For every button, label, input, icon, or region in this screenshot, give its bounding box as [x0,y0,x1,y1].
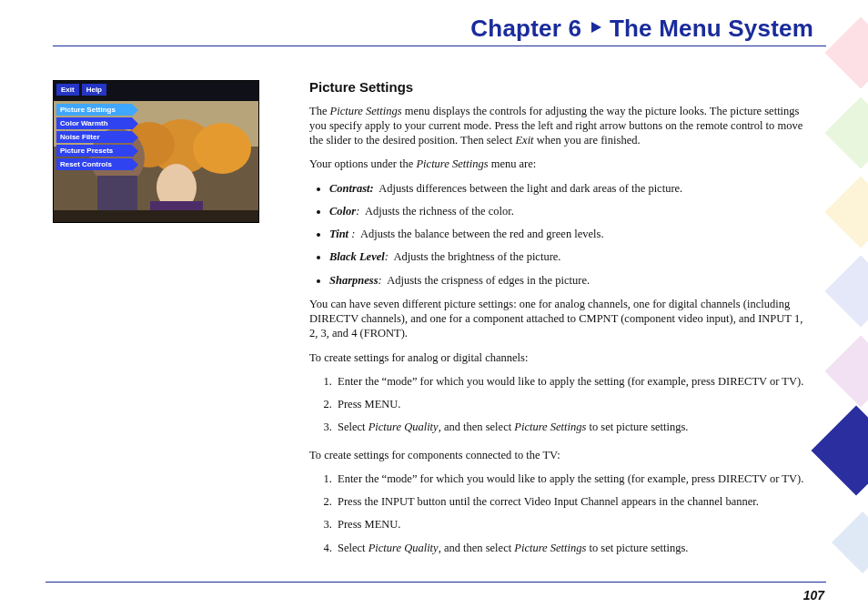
rule-bottom [45,582,826,583]
page-number: 107 [803,588,824,603]
seven-settings-paragraph: You can have seven different picture set… [309,297,813,341]
svg-point-4 [193,123,251,174]
chapter-title: Chapter 6 The Menu System [55,13,813,43]
decor-diamonds [813,0,868,608]
proc1-lead: To create settings for analog or digital… [309,350,813,365]
proc1-step: Press MENU. [335,397,813,411]
figure-menu-picture-settings: Picture Settings [56,104,132,116]
option-term: Tint [329,228,348,240]
option-sep: : [378,274,382,287]
option-desc: Adjusts the crispness of edges in the pi… [387,274,590,287]
chapter-name: The Menu System [610,15,813,42]
figure-btn-help: Help [82,84,106,96]
figure-menu-noise-filter: Noise Filter [56,131,132,143]
content: Picture Settings The Picture Settings me… [309,78,813,568]
intro-paragraph: The Picture Settings menu displays the c… [309,104,813,148]
option-term: Color [329,205,356,218]
option-sep: : [385,250,389,263]
svg-marker-0 [591,22,601,33]
proc2-lead: To create settings for components connec… [309,448,813,462]
proc2-list: Enter the “mode” for which you would lik… [309,471,813,555]
section-heading: Picture Settings [309,78,813,96]
option-sep: : [348,228,355,240]
option-tint: Tint : Adjusts the balance between the r… [329,227,813,241]
figure-btn-exit: Exit [56,84,79,96]
option-desc: Adjusts the richness of the color. [365,205,514,218]
options-lead: Your options under the Picture Settings … [309,157,813,171]
options-list: Contrast: Adjusts differences between th… [309,181,813,288]
proc2-step: Press the INPUT button until the correct… [335,494,813,509]
option-term: Sharpness [329,274,378,287]
option-desc: Adjusts the brightness of the picture. [393,250,560,263]
option-term: Contrast: [329,182,374,195]
option-sep: : [356,205,359,218]
proc2-step: Select Picture Quality, and then select … [335,541,813,555]
chapter-label: Chapter 6 [470,15,581,42]
proc2-step: Enter the “mode” for which you would lik… [335,471,813,486]
figure-picture-settings: Exit Help Picture Settings Color Warmth … [53,80,259,223]
svg-rect-10 [54,210,258,222]
proc1-list: Enter the “mode” for which you would lik… [309,374,813,435]
figure-menu-reset-controls: Reset Controls [56,158,132,170]
proc2-step: Press MENU. [335,517,813,532]
proc1-step: Enter the “mode” for which you would lik… [335,374,813,389]
option-desc: Adjusts differences between the light an… [378,182,682,195]
figure-menu-color-warmth: Color Warmth [56,117,132,129]
option-sharpness: Sharpness: Adjusts the crispness of edge… [329,273,813,288]
chapter-separator-icon [589,13,603,41]
rule-top [53,46,826,46]
option-desc: Adjusts the balance between the red and … [360,228,604,240]
option-contrast: Contrast: Adjusts differences between th… [329,181,813,196]
option-term: Black Level [329,250,385,263]
proc1-step: Select Picture Quality, and then select … [335,420,813,434]
figure-menu-picture-presets: Picture Presets [56,145,132,157]
option-color: Color: Adjusts the richness of the color… [329,204,813,218]
option-black-level: Black Level: Adjusts the brightness of t… [329,249,813,264]
